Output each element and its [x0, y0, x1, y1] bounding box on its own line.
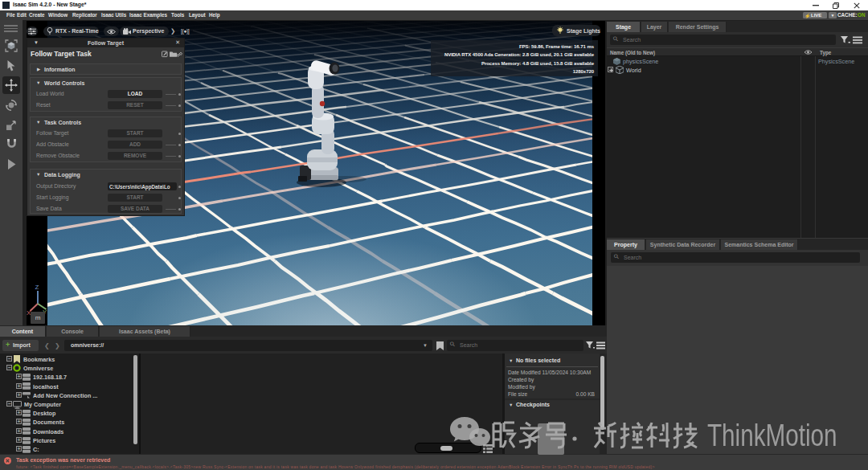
- svg-text:Z: Z: [35, 284, 39, 291]
